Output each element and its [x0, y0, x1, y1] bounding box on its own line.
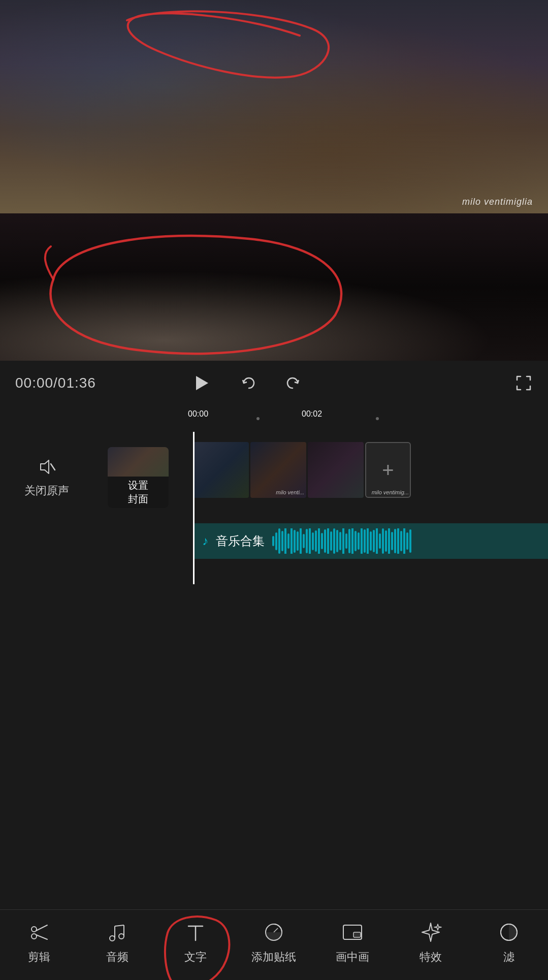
thumbnails-strip: milo venti... milo ventimig... + [193, 442, 411, 498]
thumb-2[interactable]: milo venti... [250, 442, 306, 498]
music-icon [105, 920, 130, 944]
timeline-dot1 [256, 417, 260, 420]
sticker-icon [262, 920, 286, 944]
tool-audio-label: 音频 [106, 950, 128, 965]
video-container: milo ventimiglia [0, 0, 548, 361]
tool-audio[interactable]: 音频 [78, 920, 156, 965]
undo-button[interactable] [240, 374, 258, 392]
track-controls: 关闭原声 设置 封面 [0, 447, 193, 508]
speaker-icon [37, 457, 57, 477]
scissors-svg [28, 921, 50, 943]
tool-pip-label: 画中画 [336, 950, 369, 965]
cover-button[interactable]: 设置 封面 [108, 447, 169, 508]
svg-marker-18 [422, 923, 439, 941]
pip-svg [341, 921, 364, 943]
effects-svg [420, 921, 442, 943]
mute-label: 关闭原声 [24, 483, 69, 498]
video-watermark: milo ventimiglia [462, 197, 533, 207]
timeline-area: 关闭原声 设置 封面 milo venti... [0, 432, 548, 610]
redo-button[interactable] [283, 374, 302, 392]
tool-text[interactable]: 文字 [156, 920, 235, 965]
redo-icon [283, 374, 302, 392]
annotation-bottom [0, 213, 548, 361]
timeline-header: 00:00 00:02 [0, 405, 548, 432]
svg-marker-0 [196, 376, 208, 390]
undo-icon [240, 374, 258, 392]
svg-line-6 [36, 935, 47, 939]
svg-line-11 [115, 925, 124, 926]
music-title: 音乐合集 [216, 533, 265, 549]
video-wrapper: milo ventimiglia 00:00/01:36 [0, 0, 548, 691]
cover-preview-image [108, 447, 169, 477]
svg-point-7 [110, 936, 115, 941]
svg-rect-17 [353, 932, 361, 937]
svg-marker-19 [434, 924, 441, 930]
toolbar-spacer [0, 610, 548, 691]
filter-icon [497, 920, 521, 944]
sticker-svg [263, 921, 285, 943]
video-top-frame: milo ventimiglia [0, 0, 548, 213]
thumb-1[interactable] [193, 442, 249, 498]
svg-line-15 [274, 928, 278, 932]
thumb-3[interactable]: milo ventimig... [308, 442, 364, 498]
video-track-row: 关闭原声 设置 封面 milo venti... [0, 442, 548, 513]
play-button[interactable] [188, 370, 214, 396]
tool-effects[interactable]: 特效 [392, 920, 470, 965]
tool-filter-label: 滤 [503, 950, 514, 965]
music-track-row: ♪ 音乐合集 [0, 523, 548, 564]
time-display: 00:00/01:36 [15, 375, 188, 391]
filter-svg [498, 921, 520, 943]
controls-bar: 00:00/01:36 [0, 361, 548, 405]
mute-button[interactable]: 关闭原声 [24, 457, 69, 498]
timestamp-2s: 00:02 [302, 409, 322, 419]
svg-marker-1 [41, 460, 49, 473]
timestamp-start: 00:00 [188, 409, 208, 419]
mute-icon [37, 457, 57, 479]
annotation-top [0, 0, 548, 213]
video-bottom-frame [0, 213, 548, 361]
add-clip-icon: + [382, 459, 394, 482]
tool-sticker-label: 添加贴纸 [251, 950, 296, 965]
music-svg [106, 921, 128, 943]
playhead [193, 432, 195, 584]
timeline-dot2 [376, 417, 379, 420]
cover-label: 设置 封面 [108, 477, 169, 508]
svg-point-8 [119, 934, 124, 939]
video-preview: milo ventimiglia [0, 0, 548, 361]
text-icon [183, 920, 208, 944]
text-T-svg [184, 921, 207, 943]
tool-pip[interactable]: 画中画 [313, 920, 392, 965]
tool-cut[interactable]: 剪辑 [0, 920, 78, 965]
music-track-content[interactable]: ♪ 音乐合集 [193, 523, 548, 559]
tool-sticker[interactable]: 添加贴纸 [235, 920, 313, 965]
svg-line-2 [51, 464, 55, 470]
scissors-icon [27, 920, 51, 944]
bottom-toolbar: 剪辑 音频 文字 [0, 909, 548, 980]
tool-text-label: 文字 [184, 950, 207, 965]
tool-filter[interactable]: 滤 [470, 920, 548, 965]
fullscreen-button[interactable] [514, 374, 533, 392]
tool-effects-label: 特效 [420, 950, 442, 965]
play-icon [191, 373, 211, 393]
controls-icons [188, 370, 533, 396]
effects-icon [418, 920, 443, 944]
music-note-icon: ♪ [202, 534, 208, 548]
pip-icon [340, 920, 365, 944]
tool-cut-label: 剪辑 [28, 950, 50, 965]
thumb-watermark-1: milo venti... [276, 489, 304, 495]
waveform [272, 528, 548, 554]
fullscreen-icon [514, 374, 533, 392]
svg-line-5 [36, 925, 47, 931]
